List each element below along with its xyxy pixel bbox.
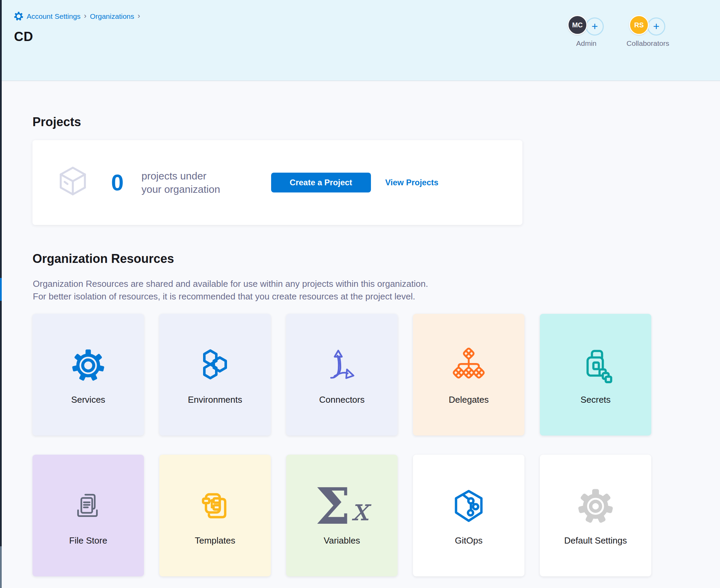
collaborator-members: + RS Collaborators	[624, 15, 672, 48]
card-variables[interactable]: Σx Variables	[286, 455, 398, 576]
add-admin-button[interactable]: +	[586, 17, 604, 36]
card-environments[interactable]: Environments	[159, 314, 271, 436]
card-label: GitOps	[455, 535, 483, 546]
card-label: Services	[71, 395, 105, 405]
admin-label: Admin	[562, 39, 610, 48]
card-default-settings[interactable]: Default Settings	[540, 455, 651, 576]
breadcrumb: Account Settings › Organizations ›	[14, 12, 140, 21]
card-delegates[interactable]: Delegates	[413, 314, 524, 436]
collapsed-nav-scrollbar	[0, 0, 2, 588]
cube-icon	[32, 163, 91, 202]
padlock-chain-icon	[575, 347, 616, 384]
settings-gear-icon	[14, 12, 23, 21]
card-label: Templates	[195, 535, 236, 546]
documents-tray-icon	[68, 487, 109, 525]
resource-cards-grid: Services Environments Connectors	[32, 314, 651, 576]
stacked-templates-icon	[195, 487, 236, 525]
scrollbar-thumb-gray[interactable]	[0, 546, 2, 588]
hexagons-icon	[195, 347, 236, 384]
card-label: File Store	[69, 535, 107, 546]
default-settings-gear-icon	[575, 487, 616, 525]
card-label: Connectors	[319, 395, 365, 405]
breadcrumb-separator: ›	[84, 12, 86, 21]
card-services[interactable]: Services	[32, 314, 144, 436]
card-label: Default Settings	[564, 535, 627, 546]
services-gear-icon	[68, 347, 109, 384]
admin-avatar[interactable]: MC	[568, 15, 587, 35]
card-connectors[interactable]: Connectors	[286, 314, 398, 436]
projects-heading: Projects	[32, 115, 81, 129]
view-projects-link[interactable]: View Projects	[385, 178, 439, 187]
git-hexagon-icon	[448, 487, 489, 525]
card-gitops[interactable]: GitOps	[413, 455, 524, 576]
sigma-x-icon: Σx	[321, 487, 362, 525]
org-resources-heading: Organization Resources	[32, 252, 174, 266]
curved-arrows-icon	[321, 347, 362, 384]
card-label: Environments	[188, 395, 242, 405]
card-templates[interactable]: Templates	[159, 455, 271, 576]
project-count-caption: projects under your organization	[142, 169, 227, 196]
page-header: Account Settings › Organizations › CD + …	[2, 0, 720, 81]
projects-summary-card: 0 projects under your organization Creat…	[32, 140, 522, 225]
card-file-store[interactable]: File Store	[32, 455, 144, 576]
delegates-tree-icon	[448, 347, 489, 384]
collaborators-label: Collaborators	[624, 39, 672, 48]
scrollbar-thumb-blue[interactable]	[0, 278, 2, 301]
card-label: Secrets	[581, 395, 611, 405]
breadcrumb-account-settings[interactable]: Account Settings	[27, 12, 81, 21]
page-title: CD	[14, 29, 33, 44]
card-secrets[interactable]: Secrets	[540, 314, 651, 436]
admin-members: + MC Admin	[562, 15, 610, 48]
org-resources-description: Organization Resources are shared and av…	[33, 278, 428, 303]
card-label: Delegates	[449, 395, 489, 405]
card-label: Variables	[324, 535, 360, 546]
add-collaborator-button[interactable]: +	[647, 17, 665, 36]
collaborator-avatar[interactable]: RS	[629, 15, 649, 35]
breadcrumb-separator: ›	[138, 12, 140, 21]
breadcrumb-organizations[interactable]: Organizations	[90, 12, 134, 21]
create-project-button[interactable]: Create a Project	[271, 173, 371, 192]
project-count: 0	[111, 171, 124, 194]
